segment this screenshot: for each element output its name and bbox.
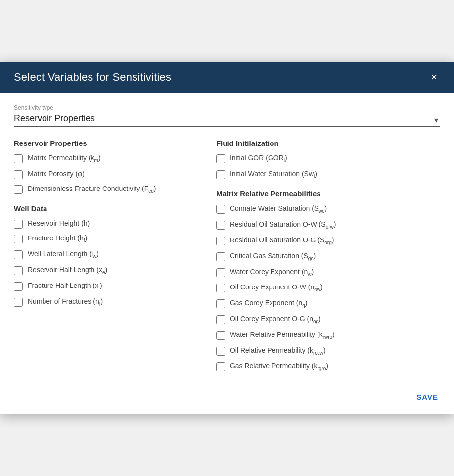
oil-relative-permeability-label: Oil Relative Permeability (krocw) <box>230 346 326 357</box>
residual-oil-saturation-ow-checkbox[interactable] <box>216 221 225 230</box>
list-item: Oil Relative Permeability (krocw) <box>216 346 440 357</box>
reservoir-half-length-checkbox[interactable] <box>14 266 23 275</box>
close-button[interactable]: × <box>428 71 440 84</box>
dialog-footer: SAVE <box>0 385 454 414</box>
columns-area: Reservoir Properties Matrix Permeability… <box>14 137 440 377</box>
matrix-porosity-checkbox[interactable] <box>14 170 23 179</box>
well-lateral-length-label: Well Lateral Length (lw) <box>28 249 99 260</box>
residual-oil-saturation-ow-label: Residual Oil Saturation O-W (Sorw) <box>230 220 336 231</box>
critical-gas-saturation-checkbox[interactable] <box>216 252 225 261</box>
list-item: Matrix Permeability (km) <box>14 153 196 164</box>
dialog-body: Sensitivity type Reservoir Properties We… <box>0 93 454 385</box>
list-item: Dimensionless Fracture Conductivity (Fcd… <box>14 184 196 195</box>
section-title-fluid: Fluid Initilaization <box>216 139 440 147</box>
reservoir-half-length-label: Reservoir Half Length (xe) <box>28 265 107 276</box>
oil-corey-exponent-ow-label: Oil Corey Exponent O-W (now) <box>230 283 323 293</box>
left-column: Reservoir Properties Matrix Permeability… <box>14 137 206 377</box>
sensitivity-type-select[interactable]: Reservoir Properties Well Data Fluid Ini… <box>14 113 440 123</box>
list-item: Connate Water Saturation (Swc) <box>216 204 440 215</box>
initial-gor-checkbox[interactable] <box>216 154 225 163</box>
dimensionless-fracture-label: Dimensionless Fracture Conductivity (Fcd… <box>28 184 156 195</box>
oil-corey-exponent-og-label: Oil Corey Exponent O-G (nog) <box>230 314 321 325</box>
list-item: Reservoir Height (h) <box>14 219 196 229</box>
connate-water-saturation-label: Connate Water Saturation (Swc) <box>230 204 327 215</box>
number-of-fractures-checkbox[interactable] <box>14 298 23 307</box>
dialog-title: Select Variables for Sensitivities <box>14 71 171 84</box>
water-relative-permeability-label: Water Relative Permeability (krwro) <box>230 330 335 341</box>
water-corey-exponent-checkbox[interactable] <box>216 268 225 277</box>
list-item: Reservoir Half Length (xe) <box>14 265 196 276</box>
right-column: Fluid Initilaization Initial GOR (GORi) … <box>206 137 440 377</box>
initial-gor-label: Initial GOR (GORi) <box>230 153 287 164</box>
list-item: Well Lateral Length (lw) <box>14 249 196 260</box>
list-item: Water Relative Permeability (krwro) <box>216 330 440 341</box>
list-item: Oil Corey Exponent O-W (now) <box>216 283 440 293</box>
list-item: Fracture Half Length (xf) <box>14 281 196 292</box>
list-item: Number of Fractures (nf) <box>14 297 196 308</box>
fracture-half-length-checkbox[interactable] <box>14 282 23 291</box>
select-variables-dialog: Select Variables for Sensitivities × Sen… <box>0 62 454 414</box>
initial-water-saturation-label: Initial Water Saturation (Swi) <box>230 169 317 180</box>
list-item: Initial GOR (GORi) <box>216 153 440 164</box>
oil-relative-permeability-checkbox[interactable] <box>216 347 225 356</box>
residual-oil-saturation-og-label: Residual Oil Saturation O-G (Sorg) <box>230 236 334 246</box>
list-item: Residual Oil Saturation O-G (Sorg) <box>216 236 440 246</box>
list-item: Residual Oil Saturation O-W (Sorw) <box>216 220 440 231</box>
matrix-permeability-label: Matrix Permeability (km) <box>28 153 101 164</box>
residual-oil-saturation-og-checkbox[interactable] <box>216 237 225 245</box>
gas-relative-permeability-label: Gas Relative Permeability (krgro) <box>230 361 328 372</box>
save-button[interactable]: SAVE <box>414 390 440 404</box>
matrix-permeability-checkbox[interactable] <box>14 154 23 163</box>
list-item: Critical Gas Saturation (Sgc) <box>216 251 440 262</box>
critical-gas-saturation-label: Critical Gas Saturation (Sgc) <box>230 251 316 262</box>
matrix-porosity-label: Matrix Porosity (φ) <box>28 169 85 179</box>
list-item: Gas Corey Exponent (ng) <box>216 298 440 309</box>
fracture-half-length-label: Fracture Half Length (xf) <box>28 281 102 292</box>
gas-corey-exponent-label: Gas Corey Exponent (ng) <box>230 298 308 309</box>
fracture-height-label: Fracture Height (hf) <box>28 234 87 244</box>
water-corey-exponent-label: Water Corey Exponent (nw) <box>230 267 314 278</box>
oil-corey-exponent-og-checkbox[interactable] <box>216 315 225 324</box>
sensitivity-type-wrapper: Reservoir Properties Well Data Fluid Ini… <box>14 113 440 127</box>
section-title-matrix-rel-perm: Matrix Relative Permeabilities <box>216 190 440 198</box>
initial-water-saturation-checkbox[interactable] <box>216 170 225 179</box>
fracture-height-checkbox[interactable] <box>14 235 23 243</box>
section-title-well-data: Well Data <box>14 204 196 213</box>
section-title-reservoir: Reservoir Properties <box>14 139 196 147</box>
water-relative-permeability-checkbox[interactable] <box>216 331 225 340</box>
reservoir-height-label: Reservoir Height (h) <box>28 219 90 229</box>
list-item: Fracture Height (hf) <box>14 234 196 244</box>
oil-corey-exponent-ow-checkbox[interactable] <box>216 284 225 292</box>
dialog-header: Select Variables for Sensitivities × <box>0 62 454 93</box>
reservoir-height-checkbox[interactable] <box>14 220 23 229</box>
list-item: Matrix Porosity (φ) <box>14 169 196 179</box>
sensitivity-type-label: Sensitivity type <box>14 104 440 111</box>
list-item: Gas Relative Permeability (krgro) <box>216 361 440 372</box>
dimensionless-fracture-checkbox[interactable] <box>14 185 23 194</box>
list-item: Oil Corey Exponent O-G (nog) <box>216 314 440 325</box>
list-item: Water Corey Exponent (nw) <box>216 267 440 278</box>
connate-water-saturation-checkbox[interactable] <box>216 205 225 214</box>
well-lateral-length-checkbox[interactable] <box>14 250 23 259</box>
list-item: Initial Water Saturation (Swi) <box>216 169 440 180</box>
gas-relative-permeability-checkbox[interactable] <box>216 362 225 371</box>
number-of-fractures-label: Number of Fractures (nf) <box>28 297 103 308</box>
gas-corey-exponent-checkbox[interactable] <box>216 299 225 308</box>
